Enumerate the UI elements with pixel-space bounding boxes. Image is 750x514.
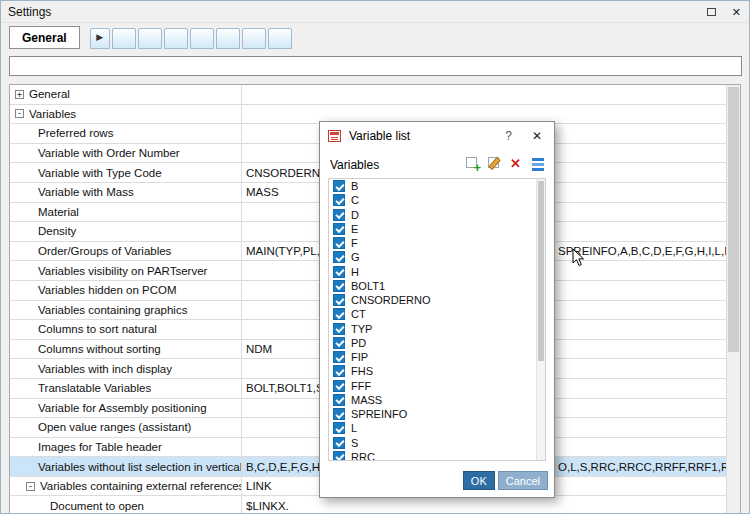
property-label: Variable for Assembly positioning	[38, 402, 207, 414]
variable-list-item[interactable]: CT	[329, 307, 545, 321]
delete-variable-icon[interactable]	[508, 155, 524, 171]
window-titlebar[interactable]: Settings ✕	[1, 1, 749, 23]
property-label: Material	[38, 206, 79, 218]
edit-variable-icon[interactable]	[486, 155, 502, 171]
property-value-overflow: O,L,S,RRC,RRCC,RRFF,RRF1,RRF2,R...	[558, 461, 728, 473]
list-scrollbar[interactable]	[536, 179, 545, 460]
tab-general[interactable]: General	[9, 26, 80, 49]
variable-name: E	[351, 223, 358, 235]
variable-name: FIP	[351, 351, 368, 363]
tab-scroll-arrow-icon[interactable]: ▶	[90, 28, 110, 49]
variable-list-item[interactable]: PD	[329, 336, 545, 350]
variables-label: Variables	[330, 158, 379, 172]
variable-list-item[interactable]: C	[329, 193, 545, 207]
tab-item[interactable]	[216, 28, 240, 49]
add-variable-icon[interactable]	[464, 155, 480, 171]
checkbox-checked-icon[interactable]	[333, 223, 345, 235]
variable-list-item[interactable]: FHS	[329, 364, 545, 378]
checkbox-checked-icon[interactable]	[333, 408, 345, 420]
tab-item[interactable]	[112, 28, 136, 49]
variable-list-item[interactable]: S	[329, 436, 545, 450]
variable-list-item[interactable]: E	[329, 222, 545, 236]
variable-list-item[interactable]: MASS	[329, 393, 545, 407]
cancel-button[interactable]: Cancel	[498, 471, 548, 490]
tab-item[interactable]	[138, 28, 162, 49]
property-name-cell: Document to open	[10, 496, 242, 513]
filter-input[interactable]	[9, 56, 742, 76]
checkbox-checked-icon[interactable]	[333, 451, 345, 461]
property-label: Variable with Mass	[38, 186, 134, 198]
tab-item[interactable]	[268, 28, 292, 49]
expand-toggle-icon[interactable]: -	[26, 482, 35, 491]
variable-list-item[interactable]: FIP	[329, 350, 545, 364]
expand-toggle-icon[interactable]: +	[15, 90, 24, 99]
variable-list-item[interactable]: F	[329, 236, 545, 250]
property-label: Columns to sort natural	[38, 323, 157, 335]
variable-list-item[interactable]: B	[329, 179, 545, 193]
property-name-cell: Variable with Type Code	[10, 163, 242, 182]
checkbox-checked-icon[interactable]	[333, 394, 345, 406]
restore-button[interactable]	[707, 5, 716, 19]
property-name-cell: Variables without list selection in vert…	[10, 457, 242, 476]
checkbox-checked-icon[interactable]	[333, 380, 345, 392]
variable-name: CNSORDERNO	[351, 294, 430, 306]
variable-list-item[interactable]: H	[329, 265, 545, 279]
tab-strip: General ▶	[9, 26, 741, 50]
checkbox-checked-icon[interactable]	[333, 437, 345, 449]
table-row[interactable]: + General	[10, 85, 726, 105]
checkbox-checked-icon[interactable]	[333, 266, 345, 278]
checkbox-checked-icon[interactable]	[333, 365, 345, 377]
property-label: Open value ranges (assistant)	[38, 421, 191, 433]
dialog-title: Variable list	[349, 129, 410, 143]
variable-list-item[interactable]: G	[329, 250, 545, 264]
variable-list-item[interactable]: FFF	[329, 379, 545, 393]
variable-list-item[interactable]: CNSORDERNO	[329, 293, 545, 307]
grid-scrollbar-thumb[interactable]	[728, 87, 739, 352]
variable-items: B C D E F G H BOLT1 CNSORDERNO CT TYP PD…	[329, 179, 545, 461]
table-row[interactable]: Document to open $LINKX.	[10, 496, 726, 513]
property-label: Translatable Variables	[38, 382, 151, 394]
variable-list-item[interactable]: BOLT1	[329, 279, 545, 293]
checkbox-checked-icon[interactable]	[333, 323, 345, 335]
variable-list-item[interactable]: D	[329, 208, 545, 222]
checkbox-checked-icon[interactable]	[333, 351, 345, 363]
checkbox-checked-icon[interactable]	[333, 251, 345, 263]
checkbox-checked-icon[interactable]	[333, 422, 345, 434]
dialog-toolbar	[464, 155, 546, 171]
expand-toggle-icon[interactable]: -	[15, 109, 24, 118]
grid-vertical-scrollbar[interactable]	[726, 85, 740, 513]
dialog-titlebar[interactable]: Variable list ? ✕	[320, 122, 554, 150]
property-label: Variables containing external references	[40, 480, 242, 492]
variable-list-item[interactable]: SPREINFO	[329, 407, 545, 421]
property-value-cell[interactable]: $LINKX.	[242, 496, 726, 513]
tab-item[interactable]	[164, 28, 188, 49]
variable-name: RRC	[351, 451, 375, 461]
variable-list-item[interactable]: L	[329, 421, 545, 435]
variable-name: G	[351, 251, 360, 263]
ok-button[interactable]: OK	[463, 471, 495, 490]
checkbox-checked-icon[interactable]	[333, 209, 345, 221]
property-name-cell: Variable for Assembly positioning	[10, 399, 242, 418]
property-value-cell[interactable]	[242, 85, 726, 104]
variable-name: C	[351, 194, 359, 206]
dialog-help-button[interactable]: ?	[505, 129, 512, 143]
tab-item[interactable]	[242, 28, 266, 49]
variable-name: F	[351, 237, 358, 249]
column-options-icon[interactable]	[530, 155, 546, 171]
close-button[interactable]: ✕	[732, 7, 741, 18]
checkbox-checked-icon[interactable]	[333, 308, 345, 320]
property-name-cell: Variables containing graphics	[10, 301, 242, 320]
list-scrollbar-thumb[interactable]	[538, 181, 544, 361]
tab-group: ▶	[90, 28, 294, 49]
variable-list-item[interactable]: TYP	[329, 322, 545, 336]
checkbox-checked-icon[interactable]	[333, 180, 345, 192]
checkbox-checked-icon[interactable]	[333, 294, 345, 306]
checkbox-checked-icon[interactable]	[333, 337, 345, 349]
property-label: Document to open	[50, 500, 144, 512]
dialog-close-button[interactable]: ✕	[532, 129, 542, 143]
tab-item[interactable]	[190, 28, 214, 49]
checkbox-checked-icon[interactable]	[333, 194, 345, 206]
checkbox-checked-icon[interactable]	[333, 280, 345, 292]
variable-list-item[interactable]: RRC	[329, 450, 545, 461]
checkbox-checked-icon[interactable]	[333, 237, 345, 249]
